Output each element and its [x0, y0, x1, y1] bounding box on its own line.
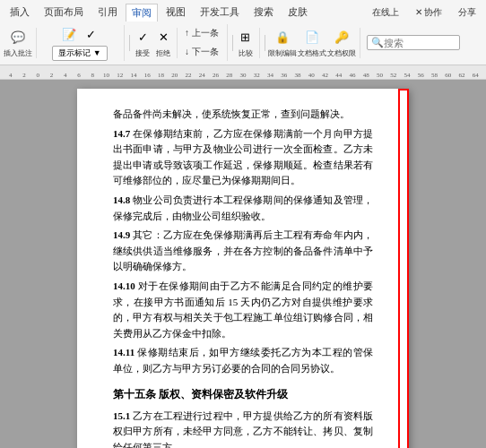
ruler: 4 2 0 2 4 6 8 10 12 14 16 18 20 22 24 26…	[0, 65, 486, 80]
clause-text-1411: 保修期结束后，如甲方继续委托乙方为本工程的管保单位，则乙方与甲方另订必要的合同的…	[113, 347, 373, 374]
ruler-mark: 2	[45, 72, 58, 79]
ruler-mark: 34	[264, 72, 277, 79]
doc-text: 备品备件尚未解决，使系统恢复正常，查到问题解决。 14.7 在保修期结束前，乙方…	[113, 107, 373, 448]
doc-permission-icon[interactable]: 🔑	[332, 28, 351, 47]
clause-p3: 14.9 其它：乙方应在免保修期满再后主工程有寿命年内内，继续供供适当维修服务，…	[113, 228, 373, 275]
tab-search[interactable]: 搜索	[247, 3, 280, 22]
ruler-mark: 4	[58, 72, 72, 79]
search-icon: 🔍	[371, 37, 384, 48]
tab-view[interactable]: 视图	[160, 3, 192, 22]
display-track-dropdown[interactable]: 显示标记 ▼	[52, 46, 107, 61]
accept-label: 接受	[135, 48, 150, 58]
display-group: 💬 插入批注	[4, 28, 37, 58]
ruler-mark: 4	[4, 72, 17, 79]
search-input[interactable]	[384, 38, 456, 48]
red-border-overlay	[398, 89, 409, 448]
search-box[interactable]: 🔍	[367, 35, 460, 50]
doc-format-label: 文档格式	[298, 48, 326, 58]
ruler-mark: 58	[428, 72, 441, 79]
clause-label-147: 14.7	[113, 128, 130, 139]
ruler-mark: 12	[113, 72, 126, 79]
ruler-mark: 22	[181, 72, 195, 79]
next-btn[interactable]: ↓ 下一条	[180, 43, 223, 61]
ruler-mark: 2	[17, 72, 30, 79]
tab-reference[interactable]: 引用	[91, 3, 124, 22]
ruler-mark: 8	[86, 72, 100, 79]
separator-3	[265, 35, 265, 51]
restrict-edit-icon[interactable]: 🔒	[273, 28, 292, 47]
ruler-mark: 6	[72, 72, 85, 79]
ruler-mark: 32	[250, 72, 264, 79]
prev-btn[interactable]: ↑ 上一条	[180, 24, 223, 42]
ruler-mark: 46	[345, 72, 359, 79]
clause-label-1411: 14.11	[113, 347, 135, 358]
collaborate-btn[interactable]: ✕ 协作	[409, 4, 449, 22]
top-right-actions: 在线上 ✕ 协作 分享	[366, 4, 483, 22]
compare-icon[interactable]: ⊞	[236, 28, 256, 47]
insert-comment-label: 插入批注	[4, 48, 32, 58]
ruler-mark: 18	[154, 72, 168, 79]
clause-text-149: 其它：乙方应在免保修期满再后主工程有寿命年内内，继续供供适当维修服务，并在各方控…	[113, 229, 373, 271]
doc-format-icon[interactable]: 📄	[302, 28, 322, 47]
doc-page: 备品备件尚未解决，使系统恢复正常，查到问题解决。 14.7 在保修期结束前，乙方…	[77, 89, 409, 448]
clause-text-148: 物业公司负责进行本工程保修期间的保修通知及管理，保修完成后，由物业公司组织验收。	[113, 194, 373, 221]
toolbar-buttons-row: 💬 插入批注 📝 ✓ 显示标记 ▼ ✓ 接受 ✕ 拒绝	[4, 22, 482, 63]
ruler-mark: 26	[209, 72, 222, 79]
clause-text-151: 乙方在工程进行过程中，甲方提供给乙方的所有资料版权归甲方所有，未经甲方同意，乙方…	[113, 410, 373, 448]
accept-group: ✓ 接受 ✕ 拒绝	[133, 28, 178, 58]
separator-1	[129, 35, 130, 51]
restrict-edit-label: 限制编辑	[268, 48, 297, 58]
clause-p5: 14.11 保修期结束后，如甲方继续委托乙方为本工程的管保单位，则乙方与甲方另订…	[113, 345, 373, 376]
insert-comment-icon[interactable]: 💬	[8, 28, 28, 47]
tab-skin[interactable]: 皮肤	[282, 3, 314, 22]
reject-label: 拒绝	[156, 48, 170, 58]
ruler-mark: 42	[318, 72, 332, 79]
tab-layout[interactable]: 页面布局	[38, 3, 90, 22]
doc-area: 备品备件尚未解决，使系统恢复正常，查到问题解决。 14.7 在保修期结束前，乙方…	[0, 80, 486, 448]
clause-p0: 备品备件尚未解决，使系统恢复正常，查到问题解决。	[113, 107, 373, 123]
clause-p6: 15.1 乙方在工程进行过程中，甲方提供给乙方的所有资料版权归甲方所有，未经甲方…	[113, 409, 373, 448]
ruler-mark: 50	[373, 72, 386, 79]
ruler-mark: 62	[455, 72, 468, 79]
clause-text-1410: 对于在保修期间由于乙方不能满足合同约定的维护要求，在接甲方书面通知后 15 天内…	[113, 280, 373, 339]
clause-label-148: 14.8	[113, 194, 130, 205]
ruler-mark: 14	[126, 72, 140, 79]
clause-label-1410: 14.10	[113, 280, 135, 291]
tab-dev[interactable]: 开发工具	[194, 3, 246, 22]
ruler-mark: 54	[400, 72, 413, 79]
toolbar: 插入 页面布局 引用 审阅 视图 开发工具 搜索 皮肤 在线上 ✕ 协作 分享 …	[0, 0, 486, 65]
ruler-mark: 16	[141, 72, 154, 79]
chapter-15-title: 第十五条 版权、资料保密及软件升级	[113, 386, 373, 403]
accept-icon[interactable]: ✓	[133, 28, 152, 47]
share-btn[interactable]: 分享	[452, 4, 482, 22]
ruler-mark: 28	[222, 72, 236, 79]
ruler-mark: 56	[414, 72, 428, 79]
reject-icon[interactable]: ✕	[153, 28, 173, 47]
ruler-mark: 52	[386, 72, 400, 79]
restrict-group: 🔒 限制编辑 📄 文档格式 🔑 文档权限	[268, 28, 360, 58]
ruler-mark: 36	[277, 72, 291, 79]
online-btn[interactable]: 在线上	[366, 4, 405, 22]
track-changes-group: 📝 ✓ 显示标记 ▼	[39, 25, 125, 61]
clause-text-147: 在保修期结束前，乙方应在保修期满前一个月向甲方提出书面申请，与甲方及物业公司进行…	[113, 128, 373, 186]
doc-container[interactable]: 备品备件尚未解决，使系统恢复正常，查到问题解决。 14.7 在保修期结束前，乙方…	[0, 80, 486, 448]
ruler-mark: 30	[236, 72, 249, 79]
doc-permission-label: 文档权限	[327, 48, 356, 58]
clause-label-151: 15.1	[113, 410, 130, 421]
ruler-mark: 44	[332, 72, 345, 79]
ruler-mark: 24	[195, 72, 209, 79]
navigate-group: ↑ 上一条 ↓ 下一条	[180, 24, 228, 61]
tab-review[interactable]: 审阅	[126, 4, 158, 22]
clause-label-149: 14.9	[113, 229, 130, 240]
ruler-mark: 48	[360, 72, 373, 79]
track-on-icon[interactable]: 📝	[59, 25, 79, 45]
compare-group: ⊞ 比较	[236, 28, 260, 58]
tab-insert[interactable]: 插入	[4, 3, 36, 22]
compare-label: 比较	[239, 48, 253, 58]
clause-p2: 14.8 物业公司负责进行本工程保修期间的保修通知及管理，保修完成后，由物业公司…	[113, 193, 373, 224]
tab-row: 插入 页面布局 引用 审阅 视图 开发工具 搜索 皮肤 在线上 ✕ 协作 分享	[4, 2, 482, 22]
separator-2	[232, 35, 233, 51]
track-off-icon[interactable]: ✓	[81, 25, 100, 45]
clause-p4: 14.10 对于在保修期间由于乙方不能满足合同约定的维护要求，在接甲方书面通知后…	[113, 279, 373, 341]
ruler-marks: 4 2 0 2 4 6 8 10 12 14 16 18 20 22 24 26…	[4, 72, 482, 79]
